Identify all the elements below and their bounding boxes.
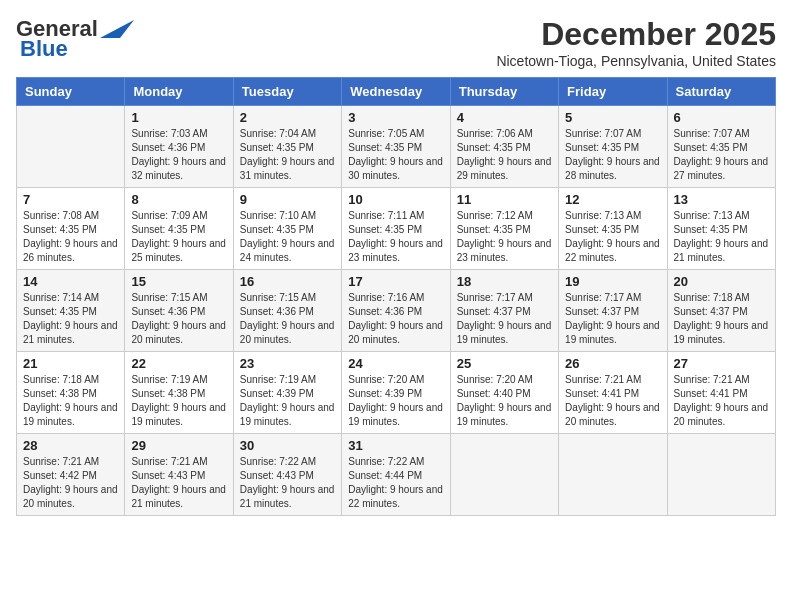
day-header-monday: Monday <box>125 78 233 106</box>
day-info: Sunrise: 7:03 AMSunset: 4:36 PMDaylight:… <box>131 127 226 183</box>
day-number: 1 <box>131 110 226 125</box>
day-info: Sunrise: 7:10 AMSunset: 4:35 PMDaylight:… <box>240 209 335 265</box>
calendar-cell <box>450 434 558 516</box>
day-number: 31 <box>348 438 443 453</box>
day-number: 6 <box>674 110 769 125</box>
day-header-saturday: Saturday <box>667 78 775 106</box>
day-info: Sunrise: 7:12 AMSunset: 4:35 PMDaylight:… <box>457 209 552 265</box>
day-number: 29 <box>131 438 226 453</box>
title-area: December 2025 Nicetown-Tioga, Pennsylvan… <box>496 16 776 69</box>
calendar-table: SundayMondayTuesdayWednesdayThursdayFrid… <box>16 77 776 516</box>
day-header-sunday: Sunday <box>17 78 125 106</box>
calendar-cell: 21Sunrise: 7:18 AMSunset: 4:38 PMDayligh… <box>17 352 125 434</box>
calendar-cell: 4Sunrise: 7:06 AMSunset: 4:35 PMDaylight… <box>450 106 558 188</box>
subtitle: Nicetown-Tioga, Pennsylvania, United Sta… <box>496 53 776 69</box>
day-number: 21 <box>23 356 118 371</box>
day-number: 26 <box>565 356 660 371</box>
day-info: Sunrise: 7:21 AMSunset: 4:43 PMDaylight:… <box>131 455 226 511</box>
calendar-cell: 2Sunrise: 7:04 AMSunset: 4:35 PMDaylight… <box>233 106 341 188</box>
calendar-cell: 6Sunrise: 7:07 AMSunset: 4:35 PMDaylight… <box>667 106 775 188</box>
day-number: 22 <box>131 356 226 371</box>
day-info: Sunrise: 7:17 AMSunset: 4:37 PMDaylight:… <box>457 291 552 347</box>
calendar-cell: 23Sunrise: 7:19 AMSunset: 4:39 PMDayligh… <box>233 352 341 434</box>
day-info: Sunrise: 7:13 AMSunset: 4:35 PMDaylight:… <box>565 209 660 265</box>
day-info: Sunrise: 7:04 AMSunset: 4:35 PMDaylight:… <box>240 127 335 183</box>
logo-icon <box>100 18 134 40</box>
calendar-cell: 19Sunrise: 7:17 AMSunset: 4:37 PMDayligh… <box>559 270 667 352</box>
day-info: Sunrise: 7:08 AMSunset: 4:35 PMDaylight:… <box>23 209 118 265</box>
day-number: 13 <box>674 192 769 207</box>
day-number: 16 <box>240 274 335 289</box>
day-number: 19 <box>565 274 660 289</box>
day-info: Sunrise: 7:15 AMSunset: 4:36 PMDaylight:… <box>131 291 226 347</box>
calendar-cell: 10Sunrise: 7:11 AMSunset: 4:35 PMDayligh… <box>342 188 450 270</box>
calendar-cell: 28Sunrise: 7:21 AMSunset: 4:42 PMDayligh… <box>17 434 125 516</box>
calendar-cell: 1Sunrise: 7:03 AMSunset: 4:36 PMDaylight… <box>125 106 233 188</box>
day-number: 28 <box>23 438 118 453</box>
day-number: 4 <box>457 110 552 125</box>
day-info: Sunrise: 7:07 AMSunset: 4:35 PMDaylight:… <box>674 127 769 183</box>
day-number: 7 <box>23 192 118 207</box>
calendar-cell: 25Sunrise: 7:20 AMSunset: 4:40 PMDayligh… <box>450 352 558 434</box>
day-number: 24 <box>348 356 443 371</box>
day-number: 14 <box>23 274 118 289</box>
svg-marker-0 <box>100 20 134 38</box>
calendar-cell: 18Sunrise: 7:17 AMSunset: 4:37 PMDayligh… <box>450 270 558 352</box>
calendar-cell: 15Sunrise: 7:15 AMSunset: 4:36 PMDayligh… <box>125 270 233 352</box>
calendar-cell: 17Sunrise: 7:16 AMSunset: 4:36 PMDayligh… <box>342 270 450 352</box>
calendar-cell: 26Sunrise: 7:21 AMSunset: 4:41 PMDayligh… <box>559 352 667 434</box>
day-info: Sunrise: 7:05 AMSunset: 4:35 PMDaylight:… <box>348 127 443 183</box>
calendar-cell: 29Sunrise: 7:21 AMSunset: 4:43 PMDayligh… <box>125 434 233 516</box>
calendar-cell: 13Sunrise: 7:13 AMSunset: 4:35 PMDayligh… <box>667 188 775 270</box>
calendar-cell <box>559 434 667 516</box>
day-number: 30 <box>240 438 335 453</box>
header: General Blue December 2025 Nicetown-Tiog… <box>16 16 776 69</box>
calendar-cell <box>667 434 775 516</box>
day-number: 2 <box>240 110 335 125</box>
day-number: 8 <box>131 192 226 207</box>
day-info: Sunrise: 7:20 AMSunset: 4:39 PMDaylight:… <box>348 373 443 429</box>
day-number: 23 <box>240 356 335 371</box>
day-info: Sunrise: 7:11 AMSunset: 4:35 PMDaylight:… <box>348 209 443 265</box>
day-number: 18 <box>457 274 552 289</box>
day-info: Sunrise: 7:20 AMSunset: 4:40 PMDaylight:… <box>457 373 552 429</box>
day-number: 17 <box>348 274 443 289</box>
day-number: 9 <box>240 192 335 207</box>
day-number: 27 <box>674 356 769 371</box>
calendar-cell: 14Sunrise: 7:14 AMSunset: 4:35 PMDayligh… <box>17 270 125 352</box>
calendar-cell: 8Sunrise: 7:09 AMSunset: 4:35 PMDaylight… <box>125 188 233 270</box>
day-info: Sunrise: 7:16 AMSunset: 4:36 PMDaylight:… <box>348 291 443 347</box>
calendar-cell: 5Sunrise: 7:07 AMSunset: 4:35 PMDaylight… <box>559 106 667 188</box>
calendar-cell: 27Sunrise: 7:21 AMSunset: 4:41 PMDayligh… <box>667 352 775 434</box>
calendar-cell: 31Sunrise: 7:22 AMSunset: 4:44 PMDayligh… <box>342 434 450 516</box>
day-info: Sunrise: 7:22 AMSunset: 4:44 PMDaylight:… <box>348 455 443 511</box>
day-header-tuesday: Tuesday <box>233 78 341 106</box>
day-number: 3 <box>348 110 443 125</box>
day-info: Sunrise: 7:19 AMSunset: 4:38 PMDaylight:… <box>131 373 226 429</box>
day-info: Sunrise: 7:09 AMSunset: 4:35 PMDaylight:… <box>131 209 226 265</box>
day-number: 5 <box>565 110 660 125</box>
calendar-cell: 9Sunrise: 7:10 AMSunset: 4:35 PMDaylight… <box>233 188 341 270</box>
day-info: Sunrise: 7:21 AMSunset: 4:41 PMDaylight:… <box>674 373 769 429</box>
day-info: Sunrise: 7:15 AMSunset: 4:36 PMDaylight:… <box>240 291 335 347</box>
day-number: 12 <box>565 192 660 207</box>
day-info: Sunrise: 7:18 AMSunset: 4:38 PMDaylight:… <box>23 373 118 429</box>
day-info: Sunrise: 7:19 AMSunset: 4:39 PMDaylight:… <box>240 373 335 429</box>
logo-blue: Blue <box>20 36 68 62</box>
day-info: Sunrise: 7:06 AMSunset: 4:35 PMDaylight:… <box>457 127 552 183</box>
calendar-cell: 16Sunrise: 7:15 AMSunset: 4:36 PMDayligh… <box>233 270 341 352</box>
day-info: Sunrise: 7:21 AMSunset: 4:42 PMDaylight:… <box>23 455 118 511</box>
day-info: Sunrise: 7:21 AMSunset: 4:41 PMDaylight:… <box>565 373 660 429</box>
day-number: 15 <box>131 274 226 289</box>
day-header-thursday: Thursday <box>450 78 558 106</box>
calendar-cell: 3Sunrise: 7:05 AMSunset: 4:35 PMDaylight… <box>342 106 450 188</box>
calendar-cell: 11Sunrise: 7:12 AMSunset: 4:35 PMDayligh… <box>450 188 558 270</box>
day-info: Sunrise: 7:07 AMSunset: 4:35 PMDaylight:… <box>565 127 660 183</box>
day-header-wednesday: Wednesday <box>342 78 450 106</box>
day-number: 10 <box>348 192 443 207</box>
day-header-friday: Friday <box>559 78 667 106</box>
day-info: Sunrise: 7:17 AMSunset: 4:37 PMDaylight:… <box>565 291 660 347</box>
logo: General Blue <box>16 16 134 62</box>
calendar-cell: 7Sunrise: 7:08 AMSunset: 4:35 PMDaylight… <box>17 188 125 270</box>
day-number: 11 <box>457 192 552 207</box>
